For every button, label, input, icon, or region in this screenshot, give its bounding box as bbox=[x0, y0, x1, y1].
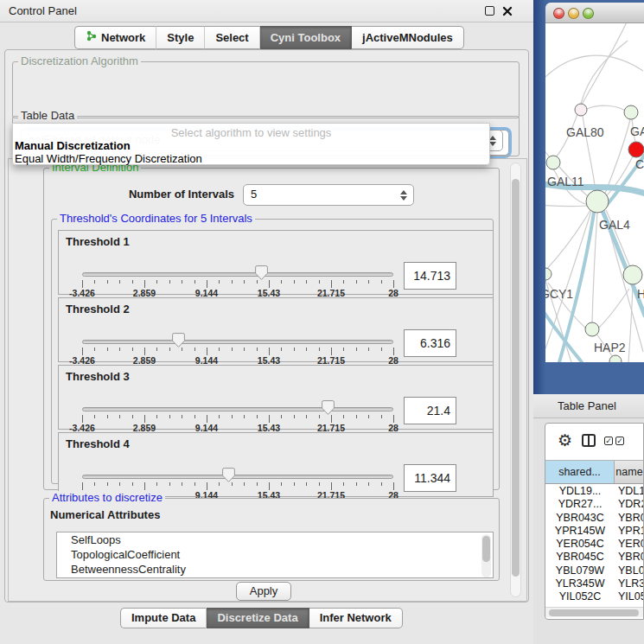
table-scrollbar-thumb[interactable] bbox=[549, 609, 639, 616]
tick-mark bbox=[169, 415, 170, 418]
column-header-shared-[interactable]: shared... bbox=[545, 461, 615, 483]
tab-select[interactable]: Select bbox=[205, 26, 259, 49]
mac-close-light[interactable] bbox=[553, 8, 564, 19]
network-node[interactable] bbox=[575, 104, 587, 116]
table-row[interactable]: YBL079WYBL07 bbox=[545, 564, 644, 577]
tick-mark bbox=[156, 280, 157, 284]
numerical-attributes-list[interactable]: SelfLoopsTopologicalCoefficientBetweenne… bbox=[56, 532, 494, 578]
table-row[interactable]: YLR345WYLR34 bbox=[545, 577, 644, 590]
algorithm-option-manual[interactable]: Manual Discretization bbox=[15, 139, 131, 152]
slider-thumb[interactable] bbox=[172, 333, 185, 348]
close-icon[interactable] bbox=[502, 6, 513, 16]
tick-mark bbox=[331, 348, 332, 355]
cell-shared-name: YPR145W bbox=[545, 525, 615, 538]
float-window-icon[interactable] bbox=[485, 6, 494, 16]
table-panel-title: Table Panel bbox=[558, 399, 616, 412]
threshold-row-3: Threshold 3-3.4262.8599.14415.4321.71528… bbox=[58, 365, 494, 430]
tick-mark bbox=[207, 415, 207, 423]
network-edge bbox=[582, 23, 629, 105]
algorithm-option-equal-width[interactable]: Equal Width/Frequency Discretization bbox=[15, 152, 202, 165]
cell-name: YBR04 bbox=[615, 512, 644, 525]
slider-thumb[interactable] bbox=[222, 468, 235, 482]
tab-jactivemnodules[interactable]: jActiveMNodules bbox=[352, 26, 464, 49]
table-row[interactable]: YPR145WYPR14 bbox=[545, 525, 644, 538]
table-row[interactable]: YBR043CYBR04 bbox=[545, 512, 644, 525]
table-horizontal-scrollbar[interactable] bbox=[545, 607, 644, 617]
network-canvas[interactable]: GAL80GACGAL11GAL4GCY1HHAP2 bbox=[545, 23, 644, 362]
network-node[interactable] bbox=[545, 268, 552, 280]
network-node-label: GAL11 bbox=[547, 175, 584, 188]
network-node[interactable] bbox=[624, 105, 638, 119]
combo-arrows-icon bbox=[400, 190, 407, 201]
tick-mark bbox=[368, 482, 369, 486]
network-node[interactable] bbox=[546, 156, 560, 169]
tick-mark bbox=[306, 482, 307, 486]
number-of-intervals-select[interactable]: 5 bbox=[243, 184, 414, 206]
attribute-list-item[interactable]: SelfLoops bbox=[57, 532, 493, 547]
tick-mark bbox=[182, 415, 182, 418]
network-node[interactable] bbox=[586, 190, 609, 213]
tick-mark bbox=[331, 482, 332, 490]
threshold-row-1: Threshold 1-3.4262.8599.14415.4321.71528… bbox=[58, 230, 494, 295]
network-node[interactable] bbox=[585, 322, 599, 336]
gear-icon[interactable]: ⚙ bbox=[558, 430, 572, 450]
table-header-row: shared...name bbox=[545, 460, 644, 484]
attribute-list-item[interactable]: BetweennessCentrality bbox=[57, 562, 493, 577]
slider-thumb[interactable] bbox=[255, 265, 268, 280]
tick-mark bbox=[219, 348, 220, 351]
network-window-titlebar bbox=[545, 3, 644, 23]
slider-track[interactable] bbox=[82, 475, 393, 479]
network-node[interactable] bbox=[609, 355, 622, 362]
network-node[interactable] bbox=[628, 142, 644, 157]
checkbox-icon[interactable]: ✓ bbox=[604, 437, 613, 445]
tab-discretize-data[interactable]: Discretize Data bbox=[207, 608, 309, 628]
content-scrollbar[interactable] bbox=[510, 163, 521, 597]
network-window-frame: GAL80GACGAL11GAL4GCY1HHAP2 bbox=[533, 0, 644, 394]
slider-thumb[interactable] bbox=[322, 400, 335, 415]
threshold-value-field[interactable]: 6.316 bbox=[404, 329, 456, 357]
tick-mark bbox=[294, 348, 295, 351]
mac-zoom-light[interactable] bbox=[583, 8, 594, 19]
slider-track[interactable] bbox=[82, 272, 393, 277]
tick-mark bbox=[306, 280, 307, 284]
tick-mark bbox=[169, 482, 170, 486]
threshold-value-field[interactable]: 14.713 bbox=[404, 262, 456, 290]
attributes-scrollbar[interactable] bbox=[481, 534, 491, 577]
attribute-items: SelfLoopsTopologicalCoefficientBetweenne… bbox=[57, 532, 493, 577]
tab-infer-network[interactable]: Infer Network bbox=[309, 608, 403, 628]
content-scrollbar-thumb[interactable] bbox=[512, 179, 520, 577]
threshold-value-field[interactable]: 11.344 bbox=[404, 464, 456, 492]
tick-mark bbox=[107, 482, 108, 486]
cell-shared-name: YBR043C bbox=[545, 512, 615, 525]
column-header-name[interactable]: name bbox=[615, 461, 644, 483]
checkbox-icon[interactable]: ✓ bbox=[615, 437, 624, 445]
network-node-label: GA bbox=[630, 124, 644, 138]
threshold-value-field[interactable]: 21.4 bbox=[404, 397, 456, 424]
apply-button[interactable]: Apply bbox=[236, 582, 291, 601]
slider-track[interactable] bbox=[82, 407, 393, 411]
network-node-label: GAL80 bbox=[566, 125, 604, 139]
tick-mark bbox=[194, 348, 195, 351]
table-row[interactable]: YBR045CYBR04 bbox=[545, 551, 644, 564]
cell-shared-name: YBL079W bbox=[545, 564, 615, 577]
tick-mark bbox=[381, 348, 382, 351]
table-row[interactable]: YDL19...YDL19 bbox=[545, 485, 644, 498]
table-row[interactable]: YER054CYER05 bbox=[545, 538, 644, 551]
network-node[interactable] bbox=[623, 265, 642, 284]
tab-impute-data[interactable]: Impute Data bbox=[120, 608, 207, 628]
discretize-data-content: Interval Definition Number of Intervals … bbox=[8, 158, 527, 602]
table-row[interactable]: YIL052CYIL05 bbox=[545, 590, 644, 603]
table-panel: ⚙ ✓ ✓ shared...name YDL19...YDL19YDR27..… bbox=[545, 423, 644, 620]
table-toolbar: ⚙ ✓ ✓ bbox=[545, 424, 644, 460]
table-row[interactable]: YDR27...YDR27 bbox=[545, 498, 644, 511]
mac-minimize-light[interactable] bbox=[568, 8, 579, 19]
tab-network[interactable]: Network bbox=[74, 26, 156, 49]
attributes-scrollbar-thumb[interactable] bbox=[482, 536, 490, 562]
tab-cyni-toolbox[interactable]: Cyni Toolbox bbox=[260, 26, 352, 49]
cell-name: YER05 bbox=[615, 538, 644, 551]
tab-style[interactable]: Style bbox=[156, 26, 205, 49]
cell-name: YIL05 bbox=[615, 590, 644, 603]
slider-track[interactable] bbox=[82, 340, 393, 344]
columns-icon[interactable] bbox=[582, 434, 596, 447]
attribute-list-item[interactable]: TopologicalCoefficient bbox=[57, 547, 493, 562]
